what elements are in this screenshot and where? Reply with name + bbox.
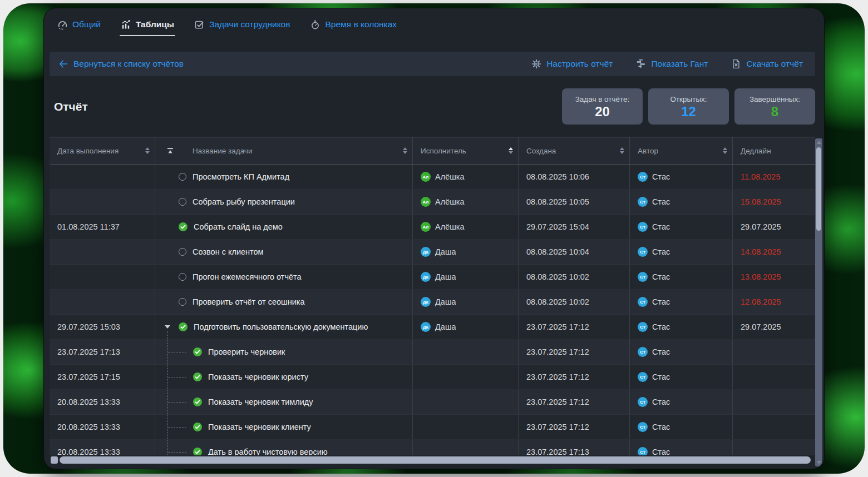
cell-task-name: Просмотреть КП Адмитад <box>155 165 413 189</box>
task-done-icon[interactable] <box>179 222 188 231</box>
author-avatar: Ст <box>638 297 648 307</box>
task-done-icon[interactable] <box>179 322 188 331</box>
tab-label: Время в колонках <box>325 19 397 29</box>
task-done-icon[interactable] <box>193 347 202 356</box>
cell-task-name: Проверить отчёт от сеошника <box>155 290 413 314</box>
app-window: ОбщийТаблицыЗадачи сотрудниковВремя в ко… <box>43 8 825 469</box>
tab-tables[interactable]: Таблицы <box>120 14 175 35</box>
cell-author: СтСтас <box>630 240 733 264</box>
tab-general[interactable]: Общий <box>56 14 102 35</box>
cell-done-date: 29.07.2025 15:03 <box>50 315 155 339</box>
task-open-icon[interactable] <box>179 248 186 256</box>
cell-author: СтСтас <box>630 365 733 389</box>
cell-deadline: 29.07.2025 <box>733 215 815 239</box>
cell-assignee: ДаДаша <box>413 240 519 264</box>
show-gantt-button[interactable]: Показать Гант <box>636 59 708 69</box>
sort-arrows-icon[interactable] <box>145 147 150 154</box>
author-avatar: Ст <box>638 422 648 432</box>
cell-created: 29.07.2025 15:04 <box>519 215 630 239</box>
table-row[interactable]: 23.07.2025 17:13Проверить черновик23.07.… <box>50 340 815 365</box>
author-avatar: Ст <box>638 347 648 357</box>
task-open-icon[interactable] <box>179 298 186 306</box>
scroll-down-arrow-icon[interactable] <box>817 461 821 464</box>
table-row[interactable]: 01.08.2025 11:37Собрать слайд на демоАлА… <box>50 215 815 240</box>
action-label: Настроить отчёт <box>546 59 613 69</box>
scroll-left-button[interactable] <box>51 456 58 464</box>
horizontal-scrollbar[interactable] <box>51 456 811 464</box>
cell-done-date: 23.07.2025 17:13 <box>50 340 155 364</box>
stat-label: Задач в отчёте: <box>575 95 630 103</box>
page-title: Отчёт <box>54 100 88 113</box>
column-header-Название задачи[interactable]: Название задачи <box>155 137 413 164</box>
assignee-avatar: Да <box>421 297 431 307</box>
back-to-reports-link[interactable]: Вернуться к списку отчётов <box>58 59 184 69</box>
table-row[interactable]: 23.07.2025 17:15Показать черновик юристу… <box>50 365 815 390</box>
cell-task-name: Показать черновик клиенту <box>155 415 413 439</box>
checkbox-icon <box>194 19 205 30</box>
cell-deadline: 12.08.2025 <box>733 290 815 314</box>
task-open-icon[interactable] <box>179 273 186 281</box>
sort-arrows-icon[interactable] <box>403 147 407 154</box>
cell-created: 08.08.2025 10:04 <box>519 240 630 264</box>
cell-assignee: АлАлёшка <box>413 215 519 239</box>
table-row[interactable]: 29.07.2025 15:03Подготовить пользователь… <box>50 315 815 340</box>
cell-author: СтСтас <box>630 340 733 364</box>
horizontal-scrollbar-thumb[interactable] <box>60 456 811 464</box>
tree-branch <box>168 452 186 453</box>
configure-report-button[interactable]: Настроить отчёт <box>531 59 613 69</box>
table-row[interactable]: 20.08.2025 13:33Показать черновик клиент… <box>50 415 815 440</box>
cell-task-name: Показать черновик тимлиду <box>155 390 413 414</box>
task-name: Созвон с клиентом <box>193 247 264 256</box>
task-open-icon[interactable] <box>179 173 186 181</box>
table-row[interactable]: Собрать рыбу презентацииАлАлёшка08.08.20… <box>50 190 815 215</box>
task-done-icon[interactable] <box>193 398 202 406</box>
column-label: Создана <box>526 147 556 155</box>
download-report-button[interactable]: Скачать отчёт <box>731 59 803 69</box>
table-row[interactable]: Просмотреть КП АдмитадАлАлёшка08.08.2025… <box>50 165 815 190</box>
task-name: Показать черновик клиенту <box>208 423 311 431</box>
task-name: Проверить отчёт от сеошника <box>193 297 304 306</box>
task-done-icon[interactable] <box>193 423 202 431</box>
table-row[interactable]: 20.08.2025 13:33Показать черновик тимлид… <box>50 390 815 415</box>
cell-created: 23.07.2025 17:12 <box>519 390 630 414</box>
cell-task-name: Подготовить пользовательскую документаци… <box>155 315 413 339</box>
assignee-avatar: Да <box>421 322 431 332</box>
column-header-Исполнитель[interactable]: Исполнитель <box>413 137 519 164</box>
cell-created: 23.07.2025 17:12 <box>519 315 630 339</box>
assignee-name: Даша <box>435 247 456 256</box>
author-avatar: Ст <box>638 322 648 332</box>
back-arrow-icon <box>58 59 68 69</box>
cell-assignee <box>413 340 519 364</box>
stat-card: Задач в отчёте:20 <box>562 88 643 125</box>
assignee-name: Алёшка <box>435 222 465 231</box>
cell-deadline <box>733 390 815 414</box>
tab-employee-tasks[interactable]: Задачи сотрудников <box>193 14 291 35</box>
table-row[interactable]: Проверить отчёт от сеошникаДаДаша08.08.2… <box>50 290 815 315</box>
table-row[interactable]: Прогон ежемесячного отчётаДаДаша08.08.20… <box>50 265 815 290</box>
table-row[interactable]: Созвон с клиентомДаДаша08.08.2025 10:04С… <box>50 240 815 265</box>
column-header-Автор[interactable]: Автор <box>630 137 733 164</box>
sort-arrows-icon[interactable] <box>620 147 624 154</box>
expand-caret-icon[interactable] <box>165 325 170 329</box>
column-header-Создана[interactable]: Создана <box>519 137 630 164</box>
cell-author: СтСтас <box>630 215 733 239</box>
assignee-avatar: Да <box>421 247 431 257</box>
task-done-icon[interactable] <box>193 372 202 381</box>
sort-arrows-icon[interactable] <box>509 147 513 154</box>
scroll-up-arrow-icon[interactable] <box>817 141 821 144</box>
column-header-Дата выполнения[interactable]: Дата выполнения <box>50 137 155 164</box>
cell-assignee: ДаДаша <box>413 265 519 289</box>
cell-deadline <box>733 415 815 439</box>
sort-arrows-icon[interactable] <box>723 147 727 154</box>
tree-line <box>167 331 168 339</box>
gauge-icon <box>57 19 68 30</box>
cell-author: СтСтас <box>630 190 733 214</box>
assignee-name: Даша <box>435 322 456 331</box>
vertical-scrollbar[interactable] <box>815 138 822 466</box>
vertical-scrollbar-thumb[interactable] <box>816 147 821 231</box>
tree-branch <box>168 377 186 377</box>
author-name: Стас <box>652 322 670 331</box>
collapse-all-icon[interactable] <box>166 147 174 155</box>
task-open-icon[interactable] <box>179 198 186 206</box>
tab-time-in-columns[interactable]: Время в колонках <box>309 14 398 35</box>
